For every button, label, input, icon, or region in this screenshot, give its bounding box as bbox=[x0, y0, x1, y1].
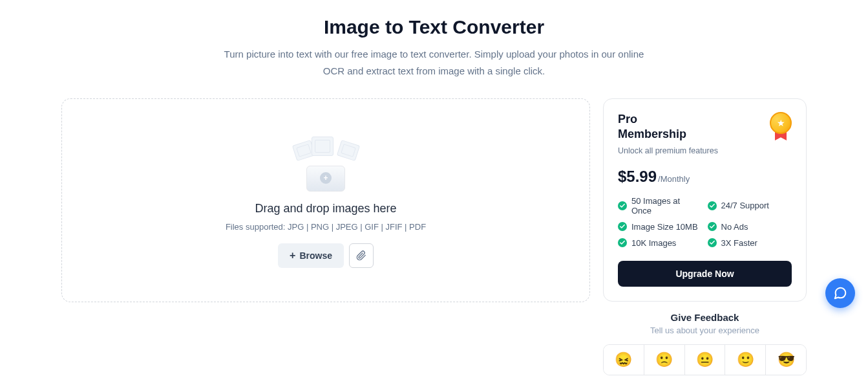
check-icon bbox=[618, 238, 627, 247]
feedback-emoji-bad[interactable]: 🙁 bbox=[644, 345, 685, 375]
feedback-emoji-good[interactable]: 🙂 bbox=[725, 345, 766, 375]
medal-icon: ★ bbox=[770, 112, 792, 140]
files-supported-text: Files supported: JPG | PNG | JPEG | GIF … bbox=[226, 222, 426, 232]
feedback-emoji-row: 😖 🙁 😐 🙂 😎 bbox=[603, 344, 807, 375]
pro-price: $5.99 bbox=[618, 168, 657, 186]
page-title: Image to Text Converter bbox=[61, 16, 807, 38]
page-subtitle: Turn picture into text with our free ima… bbox=[221, 46, 648, 79]
chat-button[interactable] bbox=[825, 278, 855, 308]
feature-item: Image Size 10MB bbox=[618, 222, 703, 232]
feedback-title: Give Feedback bbox=[603, 312, 807, 323]
url-upload-button[interactable] bbox=[349, 243, 374, 268]
feedback-subtitle: Tell us about your experience bbox=[603, 326, 807, 335]
dropzone-heading: Drag and drop images here bbox=[255, 202, 396, 216]
browse-button[interactable]: + Browse bbox=[278, 243, 344, 268]
feature-item: 50 Images at Once bbox=[618, 196, 703, 216]
browse-button-label: Browse bbox=[299, 250, 332, 261]
check-icon bbox=[708, 222, 717, 231]
check-icon bbox=[708, 201, 717, 210]
pro-subtitle: Unlock all premium features bbox=[618, 145, 718, 157]
pro-membership-card: ProMembership Unlock all premium feature… bbox=[603, 98, 807, 302]
feedback-emoji-great[interactable]: 😎 bbox=[766, 345, 806, 375]
check-icon bbox=[618, 222, 627, 231]
upload-dropzone[interactable]: + Drag and drop images here Files suppor… bbox=[61, 98, 590, 302]
upload-illustration: + bbox=[295, 133, 357, 192]
feature-item: 24/7 Support bbox=[708, 196, 792, 216]
plus-icon: + bbox=[290, 250, 295, 261]
feature-item: 10K Images bbox=[618, 238, 703, 248]
feature-item: No Ads bbox=[708, 222, 792, 232]
feedback-panel: Give Feedback Tell us about your experie… bbox=[603, 312, 807, 375]
check-icon bbox=[618, 201, 627, 210]
check-icon bbox=[708, 238, 717, 247]
feature-item: 3X Faster bbox=[708, 238, 792, 248]
feedback-emoji-neutral[interactable]: 😐 bbox=[685, 345, 726, 375]
upgrade-button[interactable]: Upgrade Now bbox=[618, 261, 792, 287]
chat-icon bbox=[833, 286, 847, 300]
pro-title: ProMembership bbox=[618, 112, 718, 142]
paperclip-icon bbox=[356, 250, 366, 261]
pro-period: /Monthly bbox=[658, 174, 690, 184]
pro-features-list: 50 Images at Once 24/7 Support Image Siz… bbox=[618, 196, 792, 248]
feedback-emoji-terrible[interactable]: 😖 bbox=[604, 345, 644, 375]
